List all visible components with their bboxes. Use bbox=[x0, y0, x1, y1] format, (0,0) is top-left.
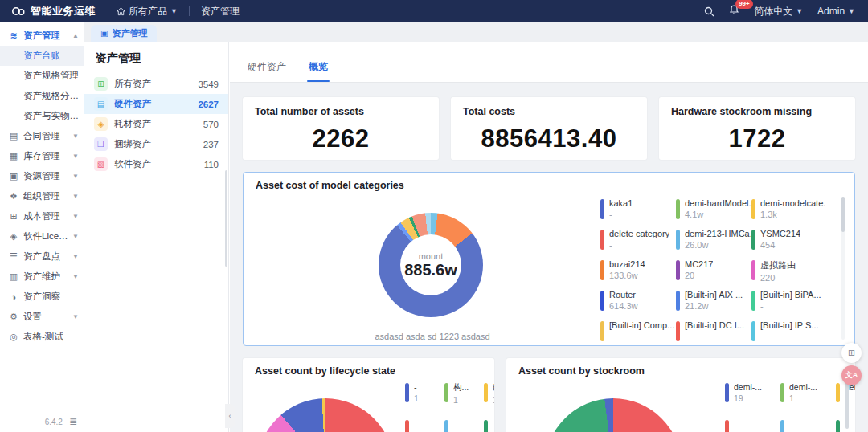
language-selector[interactable]: 简体中文 ▼ bbox=[754, 5, 803, 18]
sidebar-group-resource[interactable]: ▣ 资源管理 ▼ bbox=[0, 166, 84, 186]
category-consumable-assets[interactable]: ◈ 耗材资产 570 bbox=[84, 114, 228, 134]
all-assets-icon: ⊞ bbox=[94, 77, 108, 91]
chevron-down-icon: ▼ bbox=[72, 313, 79, 320]
app-window: 智能业务运维 所有产品 ▼ 资产管理 99+ 简体中文 ▼ bbox=[0, 0, 868, 432]
breadcrumb-app-label: 资产管理 bbox=[201, 5, 240, 18]
category-count: 3549 bbox=[198, 79, 219, 89]
sidebar-group-settings[interactable]: ⚙ 设置 ▼ bbox=[0, 307, 84, 327]
sidebar-item-asset-mapping[interactable]: 资产与实物映射... bbox=[0, 106, 84, 126]
legend-item[interactable]: [Built-in] IP S... bbox=[751, 320, 827, 341]
chevron-down-icon: ▼ bbox=[72, 153, 79, 160]
notifications-button[interactable]: 99+ bbox=[729, 4, 739, 18]
tab-hardware-assets[interactable]: 硬件资产 bbox=[236, 60, 297, 82]
legend-item[interactable]: [Built-in] Comp... bbox=[600, 320, 676, 341]
legend-item[interactable]: buzai214133.6w bbox=[600, 259, 676, 290]
category-all-assets[interactable]: ⊞ 所有资产 3549 bbox=[84, 74, 228, 94]
sidebar-group-maintenance[interactable]: ▥ 资产维护 ▼ bbox=[0, 267, 84, 287]
brand-name: 智能业务运维 bbox=[31, 4, 96, 18]
donut-center-value: 885.6w bbox=[404, 261, 457, 279]
sidebar-group-stocktake[interactable]: ☰ 资产盘点 ▼ bbox=[0, 247, 84, 267]
chevron-down-icon: ▼ bbox=[72, 273, 79, 280]
stockroom-pie-chart[interactable] bbox=[545, 398, 682, 432]
panel-scrollbar[interactable] bbox=[225, 170, 227, 267]
legend-item[interactable]: -1 bbox=[405, 382, 433, 419]
legend-item-clipped[interactable] bbox=[405, 419, 433, 432]
all-products-label: 所有产品 bbox=[129, 5, 167, 18]
sidebar-item-asset-spec-class[interactable]: 资产规格分类管理 bbox=[0, 86, 84, 106]
stat-label: Total number of assets bbox=[255, 106, 364, 117]
legend-item[interactable]: YSMC214454 bbox=[751, 229, 827, 259]
sidebar-group-asset-management[interactable]: ≋ 资产管理 ▲ bbox=[0, 26, 84, 46]
category-bundled-assets[interactable]: ❒ 捆绑资产 237 bbox=[84, 134, 228, 154]
sidebar-item-table-test[interactable]: ◎ 表格-测试 bbox=[0, 327, 84, 347]
translate-button[interactable]: 文A bbox=[841, 365, 862, 385]
widgets-plus-icon: ⊞ bbox=[848, 348, 855, 358]
open-page-tab[interactable]: ▣ 资产管理 bbox=[91, 25, 157, 42]
legend-item[interactable]: demi-...1 bbox=[780, 382, 825, 419]
lifecycle-pie-chart[interactable] bbox=[257, 398, 394, 432]
donut-center: mount 885.6w bbox=[400, 234, 461, 295]
tab-overview[interactable]: 概览 bbox=[297, 60, 339, 82]
chevron-down-icon: ▼ bbox=[170, 7, 178, 15]
legend-item[interactable]: Router614.3w bbox=[600, 290, 676, 320]
collapse-menu-icon[interactable]: ≣ bbox=[69, 416, 77, 427]
stockroom-legend: demi-...19 demi-...1 demi-...1 bbox=[725, 382, 855, 432]
open-page-tab-label: 资产管理 bbox=[112, 27, 147, 39]
legend-item-clipped[interactable] bbox=[484, 419, 494, 432]
sidebar-group-inventory[interactable]: ▦ 库存管理 ▼ bbox=[0, 146, 84, 166]
stat-card-total-costs: Total costs 8856413.40 bbox=[451, 97, 647, 160]
language-label: 简体中文 bbox=[754, 5, 792, 18]
sidebar-group-label: 资产管理 bbox=[23, 30, 60, 42]
legend-item-clipped[interactable] bbox=[725, 419, 769, 432]
sidebar-group-contract[interactable]: ▤ 合同管理 ▼ bbox=[0, 126, 84, 146]
legend-item[interactable]: [Built-in] DC I... bbox=[676, 320, 751, 341]
module-icon: ▣ bbox=[100, 29, 108, 38]
legend-item[interactable]: demi-213-HMCa...26.0w bbox=[676, 229, 751, 259]
legend-item[interactable]: [Built-in] AIX ...21.2w bbox=[676, 290, 751, 320]
grid-icon: ▥ bbox=[8, 271, 19, 282]
sidebar-group-software-license[interactable]: ◈ 软件License... ▼ bbox=[0, 226, 84, 247]
list-icon: ☰ bbox=[8, 251, 19, 262]
sidebar-group-organization[interactable]: ❖ 组织管理 ▼ bbox=[0, 186, 84, 206]
legend-item[interactable]: kaka1- bbox=[600, 198, 676, 229]
search-icon[interactable] bbox=[704, 6, 714, 17]
collapse-panel-handle[interactable]: ‹ bbox=[225, 404, 235, 428]
legend-item[interactable]: MC21720 bbox=[676, 259, 751, 290]
legend-item[interactable]: [Built-in] BiPA...- bbox=[751, 290, 827, 320]
sidebar-item-asset-ledger[interactable]: 资产台账 bbox=[0, 46, 84, 66]
sidebar-item-asset-spec[interactable]: 资产规格管理 bbox=[0, 66, 84, 86]
legend-item[interactable]: demi-...19 bbox=[725, 382, 769, 419]
legend-item-clipped[interactable] bbox=[444, 419, 473, 432]
all-products-menu[interactable]: 所有产品 ▼ bbox=[117, 5, 178, 18]
chart-card-lifecycle: Asset count by lifecycle state -1 构...1 … bbox=[243, 358, 494, 432]
pie-chart-icon: ◑ bbox=[8, 292, 19, 302]
add-widget-button[interactable]: ⊞ bbox=[841, 343, 862, 363]
legend-scrollbar-thumb[interactable] bbox=[845, 381, 849, 429]
legend-item[interactable]: 虚拟路由220 bbox=[751, 259, 827, 290]
lifecycle-legend: -1 构...1 维...14 bbox=[405, 382, 494, 432]
category-count: 2627 bbox=[198, 100, 219, 109]
hardware-assets-icon: ▤ bbox=[94, 97, 108, 111]
user-menu[interactable]: Admin ▼ bbox=[817, 6, 855, 17]
sidebar-item-asset-insight[interactable]: ◑ 资产洞察 bbox=[0, 287, 84, 307]
chart-card-stockroom: Asset count by stockroom demi-...19 demi… bbox=[506, 358, 855, 432]
category-hardware-assets[interactable]: ▤ 硬件资产 2627 bbox=[84, 94, 228, 114]
chart-title: Asset count by stockroom bbox=[518, 365, 645, 377]
stats-row: Total number of assets 2262 Total costs … bbox=[243, 97, 855, 160]
legend-scrollbar-thumb[interactable] bbox=[841, 197, 845, 232]
brand-logo[interactable]: 智能业务运维 bbox=[0, 4, 96, 18]
legend-item[interactable]: 构...1 bbox=[444, 382, 473, 419]
breadcrumb-app[interactable]: 资产管理 bbox=[201, 5, 240, 18]
legend-item[interactable]: 维...14 bbox=[484, 382, 494, 419]
stat-value: 1722 bbox=[659, 124, 855, 153]
category-software-assets[interactable]: ▧ 软件资产 110 bbox=[84, 154, 228, 174]
sidebar-group-cost[interactable]: ⊞ 成本管理 ▼ bbox=[0, 206, 84, 226]
legend-item[interactable]: delete category- bbox=[600, 229, 676, 259]
stat-label: Hardware stockroom missing bbox=[671, 106, 812, 117]
legend-item[interactable]: demi-hardModel...4.1w bbox=[676, 198, 751, 229]
legend-item-clipped[interactable] bbox=[780, 419, 825, 432]
chevron-down-icon: ▼ bbox=[796, 7, 803, 15]
table-test-icon: ◎ bbox=[8, 332, 19, 342]
translate-icon: 文A bbox=[845, 370, 858, 381]
legend-item[interactable]: demi-modelcate...1.3k bbox=[751, 198, 827, 229]
